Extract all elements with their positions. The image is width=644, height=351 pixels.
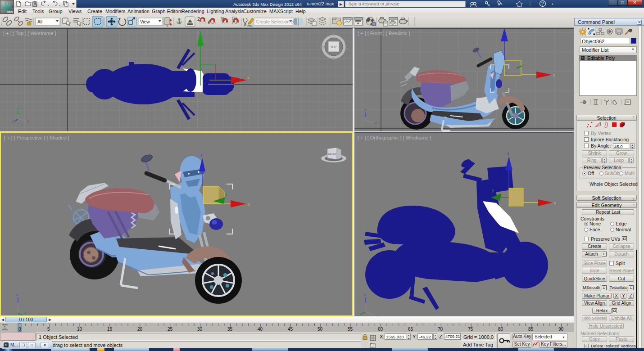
svg-text:W: W [320,45,324,50]
svg-text:E: E [345,45,348,50]
svg-text:z: z [364,108,366,112]
svg-text:TOP: TOP [331,45,336,49]
svg-text:y: y [225,192,227,197]
svg-text:ABC: ABC [247,24,253,27]
svg-text:y: y [492,188,494,193]
svg-text:2: 2 [197,16,200,22]
svg-text:y: y [17,106,18,110]
svg-text:View: View [140,19,150,24]
svg-text:N: N [332,32,335,37]
svg-text:z: z [364,293,366,297]
svg-text:x: x [554,201,556,205]
svg-text:z: z [16,293,18,297]
svg-text:x: x [27,119,29,123]
svg-text:x: x [248,202,250,207]
svg-text:y: y [24,311,26,315]
svg-text:x: x [375,121,377,125]
svg-text:S: S [332,56,335,61]
svg-text:z: z [12,119,14,123]
svg-text:x: x [553,73,555,77]
svg-text:All: All [37,19,42,24]
svg-text:FRONT: FRONT [328,153,337,156]
svg-text:?: ? [541,1,544,6]
svg-text:z: z [200,153,203,157]
svg-text:z: z [507,151,509,156]
svg-text:x: x [247,76,249,80]
